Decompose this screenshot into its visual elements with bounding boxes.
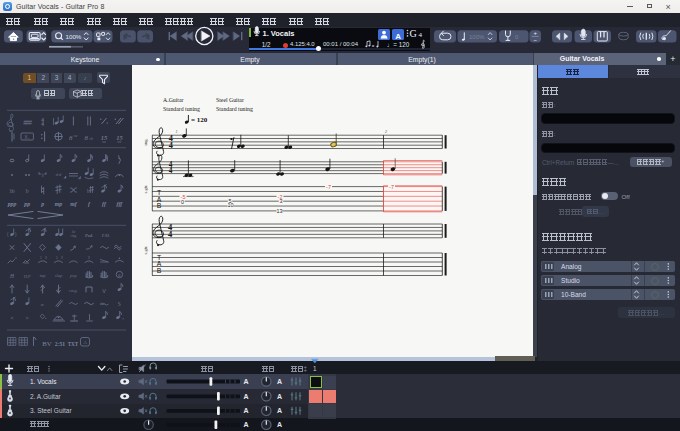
svg-text:8: 8 (69, 134, 73, 141)
svg-text:10: 10 (228, 202, 234, 208)
svg-text:3: 3 (42, 174, 44, 178)
svg-text:vb: vb (89, 136, 93, 141)
svg-text:sng.: sng. (143, 138, 148, 146)
svg-text:A: A (277, 407, 282, 414)
svg-text:ring: ring (71, 234, 77, 238)
svg-text:3: 3 (45, 256, 47, 260)
svg-text:A: A (243, 421, 248, 428)
svg-text:BV: BV (42, 340, 52, 347)
svg-text:s.gtr.: s.gtr. (143, 246, 148, 255)
svg-text:-7: -7 (389, 184, 394, 190)
svg-text:rasg.: rasg. (69, 288, 78, 293)
svg-text:B: B (157, 202, 162, 209)
svg-text:ma: ma (102, 140, 106, 144)
svg-text:0: 0 (181, 199, 184, 205)
svg-text:x: x (15, 256, 17, 260)
svg-text:d.d: d.d (56, 173, 62, 177)
svg-text:mf: mf (70, 201, 78, 207)
svg-text:A: A (277, 421, 282, 428)
svg-text:A: A (243, 393, 248, 400)
svg-text:+: + (533, 30, 537, 36)
svg-text:8: 8 (85, 134, 89, 141)
svg-text:b: b (26, 188, 29, 194)
svg-text:2:51: 2:51 (55, 341, 65, 347)
svg-text:tr.: tr. (41, 302, 45, 307)
svg-text:x: x (85, 246, 88, 251)
svg-text:f: f (88, 201, 91, 207)
svg-text:A: A (277, 378, 282, 385)
svg-text:pp: pp (23, 201, 30, 207)
svg-text:###: ### (23, 119, 32, 126)
svg-text:1: 1 (176, 130, 178, 134)
svg-text:A: A (83, 340, 87, 345)
svg-text:TXT: TXT (68, 341, 79, 347)
svg-text:b: b (87, 188, 90, 194)
svg-text:(: ( (7, 232, 9, 237)
svg-text:mp: mp (55, 201, 63, 207)
svg-text:X..: X.. (24, 135, 30, 140)
svg-text:S: S (118, 301, 121, 307)
svg-text:3: 3 (88, 256, 90, 260)
svg-text:3: 3 (280, 198, 283, 204)
svg-text:H: H (9, 273, 15, 279)
svg-text:100%: 100% (469, 34, 485, 40)
svg-text:×: × (122, 317, 124, 321)
svg-text:A: A (395, 32, 401, 41)
svg-text:<: < (10, 315, 13, 321)
svg-text:4: 4 (168, 229, 173, 239)
svg-text:': ' (108, 311, 109, 316)
svg-text:ppp: ppp (7, 201, 17, 207)
svg-text:3: 3 (61, 256, 63, 260)
svg-text:bb: bb (10, 188, 15, 194)
svg-text:ff: ff (102, 201, 107, 207)
svg-text:4: 4 (169, 141, 173, 150)
svg-text:1: 1 (40, 256, 42, 260)
svg-text:=: = (372, 44, 375, 49)
svg-text:slap: slap (55, 273, 63, 278)
svg-text:A: A (277, 393, 282, 400)
svg-text:1: 1 (56, 256, 58, 260)
svg-text:6: 6 (118, 273, 121, 278)
svg-text:): ) (15, 232, 17, 237)
svg-text:−: − (533, 37, 537, 43)
svg-text:13: 13 (277, 208, 283, 214)
svg-text:-7: -7 (326, 184, 331, 190)
svg-text:fff: fff (117, 201, 124, 207)
svg-text:A: A (243, 378, 248, 385)
svg-text:P.M.: P.M. (102, 233, 110, 238)
svg-text:2: 2 (384, 130, 387, 134)
svg-text:A: A (243, 407, 248, 414)
svg-text:mb: mb (118, 140, 122, 144)
svg-text:Ped.: Ped. (85, 233, 93, 238)
svg-text:4: 4 (169, 166, 173, 175)
svg-text:B: B (157, 267, 162, 274)
svg-text:va: va (74, 133, 78, 138)
svg-text:p: p (40, 201, 44, 207)
svg-text:tap: tap (40, 273, 47, 278)
svg-text:>: > (26, 315, 29, 321)
svg-text:100%: 100% (66, 33, 82, 40)
svg-text:pop: pop (69, 273, 78, 278)
svg-text:4: 4 (41, 121, 44, 127)
svg-text:H/P: H/P (23, 274, 31, 279)
svg-text:s.gtr.: s.gtr. (143, 185, 148, 194)
svg-text:V: V (102, 288, 106, 294)
